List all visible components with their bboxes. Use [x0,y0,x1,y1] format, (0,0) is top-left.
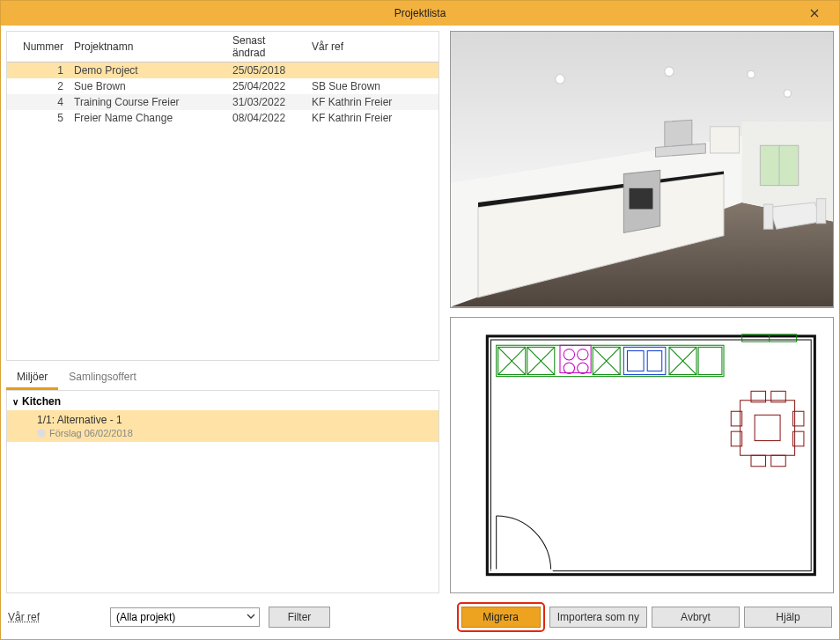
alternative-title: 1/1: Alternative - 1 [37,414,433,426]
svg-rect-35 [698,347,722,374]
col-header-lastchanged[interactable]: Senast ändrad [227,32,306,63]
svg-rect-14 [763,204,772,229]
preview-plan [450,317,834,594]
svg-point-18 [748,70,755,78]
project-list-window: Projektlista Nummer Projektnamn Senast ä… [0,0,840,640]
project-table[interactable]: Nummer Projektnamn Senast ändrad Vår ref… [6,31,439,361]
project-filter-select[interactable]: (Alla projekt) [110,607,260,627]
col-header-projectname[interactable]: Projektnamn [69,32,227,63]
tabs: Miljöer Samlingsoffert [6,366,439,391]
svg-rect-46 [751,455,766,467]
window-title: Projektlista [394,7,446,19]
titlebar: Projektlista [1,1,839,26]
footer-bar: Vår ref (Alla projekt) Filter Migrera Im… [6,599,834,634]
svg-rect-32 [627,350,644,371]
col-header-ourref[interactable]: Vår ref [306,32,438,63]
chevron-down-icon: ∨ [12,397,18,407]
svg-point-17 [665,67,674,77]
svg-rect-38 [741,400,795,455]
filter-button[interactable]: Filter [269,607,330,628]
table-row[interactable]: 2 Sue Brown 25/04/2022 SB Sue Brown [7,78,438,94]
tab-collected-quote[interactable]: Samlingsoffert [58,366,146,390]
svg-point-26 [578,349,588,360]
import-as-new-button[interactable]: Importera som ny [549,607,647,628]
preview-3d [450,31,834,308]
migrate-button[interactable]: Migrera [461,607,541,628]
svg-rect-15 [816,199,825,224]
col-header-number[interactable]: Nummer [7,32,69,63]
our-ref-label: Vår ref [8,611,40,623]
svg-point-16 [556,74,564,84]
svg-point-27 [564,363,574,374]
svg-rect-9 [630,188,653,210]
table-row[interactable]: 5 Freier Name Change 08/04/2022 KF Kathr… [7,110,438,126]
svg-point-28 [578,363,588,374]
svg-rect-39 [755,415,780,440]
svg-rect-47 [771,455,786,467]
tab-environments[interactable]: Miljöer [6,366,58,390]
tree-node-label: Kitchen [22,395,61,408]
highlight-ring: Migrera [457,602,545,632]
tree-alternative[interactable]: 1/1: Alternative - 1 Förslag 06/02/2018 [7,410,438,442]
cancel-button[interactable]: Avbryt [652,607,740,628]
svg-rect-33 [647,350,662,371]
tree-node-kitchen[interactable]: ∨ Kitchen [7,393,438,410]
svg-rect-12 [711,127,740,153]
svg-point-19 [784,90,791,98]
environment-tree: ∨ Kitchen 1/1: Alternative - 1 Förslag 0… [6,391,439,593]
close-button[interactable] [797,4,832,22]
alternative-status: Förslag 06/02/2018 [49,428,133,438]
svg-point-25 [564,349,574,360]
status-dot-icon [37,429,46,438]
help-button[interactable]: Hjälp [744,607,832,628]
table-row[interactable]: 4 Training Course Freier 31/03/2022 KF K… [7,94,438,110]
table-row[interactable]: 1 Demo Project 25/05/2018 [7,63,438,79]
